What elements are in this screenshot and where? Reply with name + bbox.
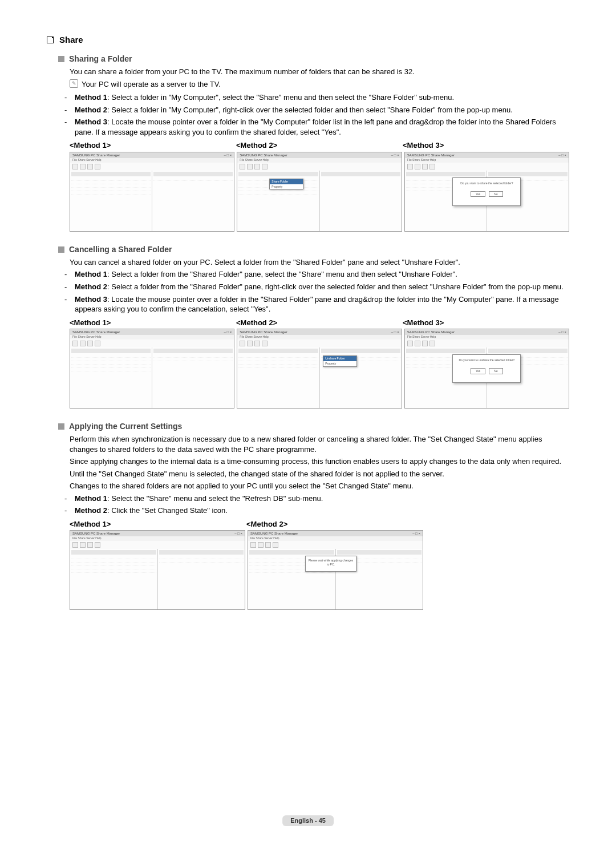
screenshot-m2: SAMSUNG PC Share Manager– □ × File Share… bbox=[237, 329, 402, 409]
sub-heading: Sharing a Folder bbox=[58, 54, 569, 64]
gray-square-icon bbox=[58, 56, 64, 62]
section-title-text: Share bbox=[59, 34, 83, 46]
label-m1: <Method 1> bbox=[70, 140, 236, 151]
label-m3: <Method 3> bbox=[403, 318, 569, 328]
method-3: - Method 3: Locate the mouse pointer ove… bbox=[70, 294, 569, 314]
sub-heading-text: Applying the Current Settings bbox=[69, 421, 182, 432]
label-m2: <Method 2> bbox=[236, 318, 403, 328]
sub-heading: Cancelling a Shared Folder bbox=[58, 244, 569, 255]
note: ✎ Your PC will operate as a server to th… bbox=[70, 79, 569, 90]
screenshot-m2: SAMSUNG PC Share Manager– □ × File Share… bbox=[248, 530, 423, 610]
label-m2: <Method 2> bbox=[236, 140, 403, 151]
method-1: - Method 1: Select a folder in "My Compu… bbox=[70, 92, 569, 103]
screenshot-m3: SAMSUNG PC Share Manager– □ × File Share… bbox=[404, 152, 569, 232]
screenshots-row-3: SAMSUNG PC Share Manager– □ × File Share… bbox=[70, 530, 423, 610]
screenshot-m2: SAMSUNG PC Share Manager– □ × File Share… bbox=[237, 152, 402, 232]
note-icon: ✎ bbox=[70, 79, 78, 88]
square-bullet-icon bbox=[47, 37, 54, 43]
method-1: - Method 1: Select the "Share" menu and … bbox=[70, 494, 569, 504]
method-1: - Method 1: Select a folder from the "Sh… bbox=[70, 269, 569, 280]
method-labels: <Method 1> <Method 2> bbox=[70, 519, 423, 529]
method-2: - Method 2: Click the "Set Changed State… bbox=[70, 506, 569, 516]
intro-text: You can cancel a shared folder on your P… bbox=[70, 257, 569, 268]
confirm-dialog: Do you want to share the selected folder… bbox=[452, 177, 521, 206]
sub-heading: Applying the Current Settings bbox=[58, 421, 569, 432]
screenshots-row-1: SAMSUNG PC Share Manager– □ × File Share… bbox=[70, 152, 569, 232]
method-3: - Method 3: Locate the mouse pointer ove… bbox=[70, 117, 569, 137]
screenshots-row-2: SAMSUNG PC Share Manager– □ × File Share… bbox=[70, 329, 569, 409]
p3: Until the "Set Changed State" menu is se… bbox=[70, 469, 569, 479]
method-2: - Method 2: Select a folder in "My Compu… bbox=[70, 105, 569, 115]
screenshot-m1: SAMSUNG PC Share Manager– □ × File Share… bbox=[70, 329, 234, 409]
applying-settings-section: Applying the Current Settings Perform th… bbox=[58, 421, 569, 610]
intro-text: You can share a folder from your PC to t… bbox=[70, 67, 569, 77]
label-m1: <Method 1> bbox=[70, 318, 236, 328]
label-m2: <Method 2> bbox=[246, 519, 423, 529]
gray-square-icon bbox=[58, 423, 64, 430]
wait-popup: Please wait while applying changes to PC… bbox=[305, 556, 356, 572]
page-number: English - 45 bbox=[290, 817, 326, 824]
sharing-folder-section: Sharing a Folder You can share a folder … bbox=[58, 54, 569, 232]
p1: Perform this when synchronization is nec… bbox=[70, 434, 569, 454]
label-m1: <Method 1> bbox=[70, 519, 246, 529]
screenshot-m1: SAMSUNG PC Share Manager– □ × File Share… bbox=[70, 152, 234, 232]
confirm-dialog: Do you want to unshare the selected fold… bbox=[452, 354, 521, 383]
method-labels: <Method 1> <Method 2> <Method 3> bbox=[70, 140, 569, 151]
gray-square-icon bbox=[58, 246, 64, 253]
context-menu: Share FolderProperty bbox=[269, 179, 303, 190]
cancelling-folder-section: Cancelling a Shared Folder You can cance… bbox=[58, 244, 569, 409]
label-m3: <Method 3> bbox=[403, 140, 569, 151]
p4: Changes to the shared folders are not ap… bbox=[70, 481, 569, 491]
screenshot-m3: SAMSUNG PC Share Manager– □ × File Share… bbox=[404, 329, 569, 409]
context-menu: Unshare FolderProperty bbox=[323, 355, 357, 367]
note-text: Your PC will operate as a server to the … bbox=[82, 79, 221, 90]
method-labels: <Method 1> <Method 2> <Method 3> bbox=[70, 318, 569, 328]
section-header: Share bbox=[47, 34, 569, 46]
method-2: - Method 2: Select a folder from the "Sh… bbox=[70, 282, 569, 292]
page-footer: English - 45 bbox=[282, 815, 334, 826]
p2: Since applying changes to the internal d… bbox=[70, 456, 569, 467]
sub-heading-text: Sharing a Folder bbox=[69, 54, 132, 64]
sub-heading-text: Cancelling a Shared Folder bbox=[69, 244, 172, 255]
screenshot-m1: SAMSUNG PC Share Manager– □ × File Share… bbox=[70, 530, 245, 610]
